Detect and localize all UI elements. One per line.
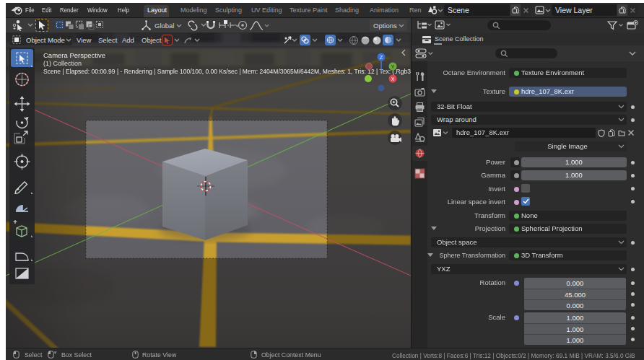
svg-text:Scene | Elapsed: 00:00.99 | -: Scene | Elapsed: 00:00.99 | - Rendering … [43, 68, 411, 75]
svg-text:Y: Y [391, 64, 395, 69]
svg-text:(1) Collection: (1) Collection [43, 60, 82, 67]
svg-text:X: X [391, 76, 395, 82]
svg-text:Z: Z [380, 54, 383, 61]
svg-text:Camera Perspective: Camera Perspective [43, 51, 105, 59]
